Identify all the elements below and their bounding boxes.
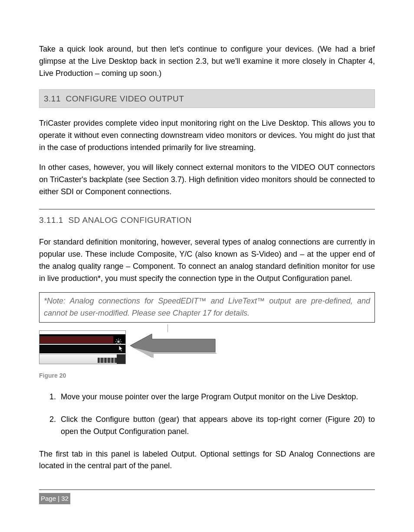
maroon-bar	[39, 336, 113, 343]
figure-caption: Figure 20	[39, 371, 375, 381]
page-number: Page | 32	[39, 493, 70, 504]
footer-rule	[39, 490, 375, 490]
section-number: 3.11	[44, 94, 61, 103]
section-p1: TriCaster provides complete video input …	[39, 117, 375, 154]
step-2: 2. Click the Configure button (gear) tha…	[39, 414, 375, 438]
svg-line-8	[120, 339, 121, 340]
svg-line-7	[116, 343, 117, 344]
arrow-left-icon	[130, 332, 217, 359]
figure-20	[39, 330, 375, 365]
closing-paragraph: The first tab in this panel is labeled O…	[39, 448, 375, 473]
step-1-number: 1.	[39, 391, 61, 403]
section-p2: In other cases, however, you will likely…	[39, 162, 375, 198]
subsection-p1: For standard definition monitoring, howe…	[39, 236, 375, 285]
intro-paragraph: Take a quick look around, but then let's…	[39, 43, 375, 80]
svg-point-0	[117, 341, 119, 343]
step-2-number: 2.	[39, 414, 61, 438]
section-title: CONFIGURE VIDEO OUTPUT	[66, 94, 184, 103]
svg-line-5	[116, 339, 117, 340]
dark-bar-lower	[39, 345, 125, 353]
subsection-number: 3.11.1	[39, 215, 63, 225]
cursor-icon	[118, 344, 125, 351]
toolbar-region	[39, 354, 125, 364]
toolbar-dark-tab	[117, 354, 125, 364]
note-box: *Note: Analog connections for SpeedEDIT™…	[39, 292, 375, 323]
steps-list: 1. Move your mouse pointer over the larg…	[39, 391, 375, 438]
step-1: 1. Move your mouse pointer over the larg…	[39, 391, 375, 403]
step-2-text: Click the Configure button (gear) that a…	[61, 414, 375, 438]
subsection-title: SD ANALOG CONFIGURATION	[68, 215, 192, 225]
subsection-heading: 3.11.1 SD ANALOG CONFIGURATION	[39, 209, 375, 226]
screenshot-region	[39, 330, 126, 364]
step-1-text: Move your mouse pointer over the large P…	[61, 391, 375, 403]
section-heading: 3.11 CONFIGURE VIDEO OUTPUT	[39, 89, 375, 108]
gear-icon	[115, 337, 122, 344]
figure-divider	[168, 324, 168, 332]
figure-image	[39, 330, 213, 365]
